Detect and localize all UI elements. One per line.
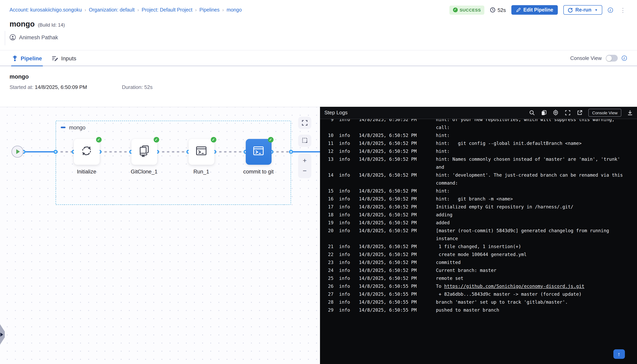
- log-timestamp: 14/8/2025, 6:50:52 PM: [359, 274, 430, 282]
- log-level: info: [339, 218, 355, 226]
- expand-logs-icon[interactable]: [565, 110, 571, 116]
- log-timestamp: 14/8/2025, 6:50:52 PM: [359, 155, 430, 163]
- node-label: GitClone_1: [120, 168, 168, 174]
- log-timestamp: 14/8/2025, 6:50:52 PM: [359, 203, 430, 210]
- log-link[interactable]: https://github.com/Sonichigo/economy-dis…: [444, 283, 584, 289]
- collapse-stage-icon[interactable]: [61, 127, 66, 128]
- breadcrumb-item[interactable]: Organization: default: [89, 7, 134, 13]
- log-timestamp: 14/8/2025, 6:50:52 PM: [359, 242, 430, 250]
- pipeline-node-run_1[interactable]: ✓: [188, 139, 214, 164]
- log-timestamp: 14/8/2025, 6:50:52 PM: [359, 119, 430, 123]
- git-clone-icon: [137, 144, 151, 160]
- search-icon[interactable]: [529, 110, 535, 116]
- fullscreen-icon: [302, 120, 308, 126]
- breadcrumb-item[interactable]: Project: Default Project: [142, 7, 192, 13]
- canvas-fit-selection-button[interactable]: [298, 134, 311, 147]
- log-level: info: [339, 226, 355, 234]
- pencil-icon: [516, 8, 521, 12]
- pipeline-node-gitclone_1[interactable]: ✓: [131, 139, 157, 164]
- log-level: info: [339, 266, 355, 274]
- step-success-icon: ✓: [154, 137, 159, 142]
- inputs-tab-icon: [52, 55, 58, 61]
- download-logs-icon[interactable]: [627, 110, 633, 116]
- pipeline-node-initialize[interactable]: ✓: [74, 139, 100, 164]
- log-timestamp: 14/8/2025, 6:50:55 PM: [359, 298, 430, 306]
- breadcrumb-item[interactable]: Pipelines: [200, 7, 220, 13]
- log-scroll-area[interactable]: 9info14/8/2025, 6:50:52 PMhint: of your …: [320, 119, 637, 364]
- canvas-fullscreen-button[interactable]: [298, 116, 311, 129]
- left-panel-expand-handle[interactable]: [0, 324, 5, 345]
- step-logs-header: Step Logs Console View: [320, 106, 637, 119]
- log-timestamp: 14/8/2025, 6:50:55 PM: [359, 306, 430, 314]
- log-timestamp: 14/8/2025, 6:50:52 PM: [359, 226, 430, 234]
- breadcrumb: Account: kurosakiichigo.songoku›Organiza…: [10, 7, 242, 13]
- log-line-number: 11: [320, 139, 334, 147]
- log-timestamp: 14/8/2025, 6:50:52 PM: [359, 139, 430, 147]
- log-message: branch 'master' set up to track 'gitlab/…: [436, 298, 568, 306]
- zoom-in-button[interactable]: +: [303, 157, 307, 164]
- log-timestamp: 14/8/2025, 6:50:52 PM: [359, 266, 430, 274]
- log-line-number: 22: [320, 250, 334, 258]
- log-message: remote set: [436, 274, 464, 282]
- node-label: Initialize: [63, 168, 110, 174]
- sync-icon: [80, 144, 94, 160]
- edit-pipeline-label: Edit Pipeline: [524, 7, 553, 13]
- log-line-number: 14: [320, 171, 334, 179]
- scroll-to-top-button[interactable]: ↑: [613, 349, 625, 359]
- tab-inputs[interactable]: Inputs: [52, 50, 76, 66]
- play-icon: [16, 149, 20, 154]
- log-timestamp: 14/8/2025, 6:50:52 PM: [359, 171, 430, 179]
- settings-gear-icon[interactable]: [553, 110, 559, 116]
- console-view-button[interactable]: Console View: [588, 108, 621, 116]
- breadcrumb-item[interactable]: Account: kurosakiichigo.songoku: [10, 7, 82, 13]
- zoom-out-button[interactable]: −: [303, 168, 307, 174]
- log-level: [339, 234, 355, 242]
- log-message: Current branch: master: [436, 266, 496, 274]
- log-row: 14info14/8/2025, 6:50:52 PMhint: 'develo…: [320, 171, 637, 179]
- console-view-info-icon[interactable]: i: [622, 56, 627, 61]
- log-message: + 82a6dbb...5843d9c master -> master (fo…: [436, 290, 582, 298]
- open-external-icon[interactable]: [577, 110, 582, 116]
- log-row: command:: [320, 179, 637, 187]
- console-view-toggle[interactable]: [606, 55, 618, 62]
- log-message: committed: [436, 258, 461, 266]
- log-row: 10info14/8/2025, 6:50:52 PMhint:: [320, 131, 637, 139]
- log-row: 22info14/8/2025, 6:50:52 PM create mode …: [320, 250, 637, 258]
- breadcrumb-item[interactable]: mongo: [226, 7, 242, 13]
- log-message: hint: Names commonly chosen instead of '…: [436, 155, 620, 163]
- pipeline-node-commit-to-git[interactable]: ✓: [246, 139, 271, 164]
- log-level: [339, 123, 355, 131]
- more-options-menu[interactable]: ⋮: [618, 6, 628, 14]
- log-row: 11info14/8/2025, 6:50:52 PMhint: git con…: [320, 139, 637, 147]
- log-line-number: 25: [320, 274, 334, 282]
- log-level: info: [339, 282, 355, 290]
- rerun-info-icon[interactable]: i: [608, 7, 613, 12]
- log-level: [339, 179, 355, 187]
- copy-icon[interactable]: [541, 110, 547, 116]
- log-message: hint: 'development'. The just-created br…: [436, 171, 623, 179]
- log-level: info: [339, 155, 355, 163]
- log-row: 12info14/8/2025, 6:50:52 PMhint:: [320, 147, 637, 155]
- author-name: Animesh Pathak: [19, 34, 58, 40]
- page-title: mongo: [10, 20, 35, 28]
- expand-arrow-icon: [0, 332, 3, 336]
- pipeline-canvas[interactable]: mongo ✓Initialize✓GitClone_1✓Run_1✓commi…: [0, 106, 320, 364]
- log-timestamp: 14/8/2025, 6:50:52 PM: [359, 210, 430, 218]
- tab-pipeline[interactable]: Pipeline: [12, 50, 42, 66]
- console-view-label: Console View: [570, 55, 602, 61]
- step-logs-panel: Step Logs Console View: [320, 106, 637, 364]
- log-line-number: 23: [320, 258, 334, 266]
- log-row: 20info14/8/2025, 6:50:52 PM[master (root…: [320, 226, 637, 234]
- app-window: Account: kurosakiichigo.songoku›Organiza…: [0, 0, 637, 364]
- success-check-icon: ✓: [453, 8, 458, 12]
- log-message: instance: [436, 234, 458, 242]
- rerun-button[interactable]: Re-run ▼: [564, 5, 602, 15]
- log-line-number: 12: [320, 147, 334, 155]
- pipeline-start-node[interactable]: [12, 146, 24, 158]
- log-message: hint: of your new repositories, which wi…: [436, 119, 614, 123]
- log-row: 16info14/8/2025, 6:50:52 PMhint: git bra…: [320, 195, 637, 203]
- log-row: 25info14/8/2025, 6:50:52 PMremote set: [320, 274, 637, 282]
- started-at-label: Started at:: [10, 84, 33, 90]
- edit-pipeline-button[interactable]: Edit Pipeline: [512, 5, 558, 15]
- log-message: adding: [436, 210, 452, 218]
